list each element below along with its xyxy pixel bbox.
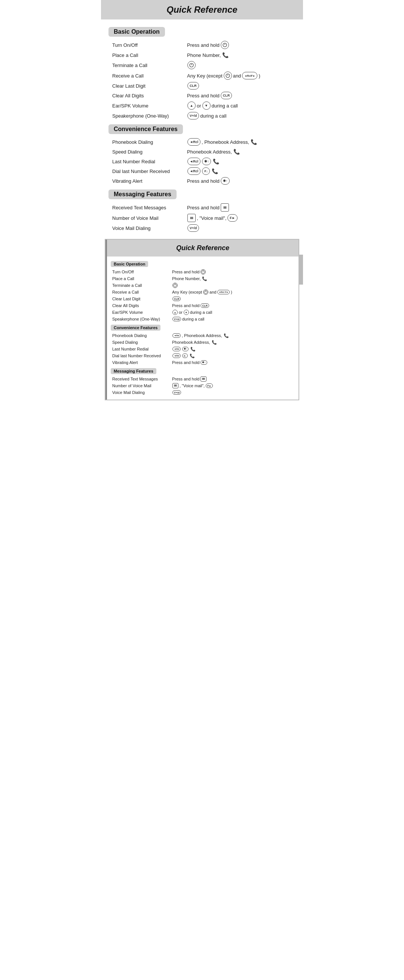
card2-rcl-icon3: ◄Rd [173, 353, 181, 358]
card2-f-icon: F► [206, 383, 213, 388]
row-speakerphone: Speakerphone (One-Way) V+/d during a cal… [101, 111, 303, 121]
power-icon [221, 41, 229, 49]
row-clear-all-digits: Clear All Digits Press and hold CLR [101, 91, 303, 100]
card2-volup-icon: ▲ [173, 310, 178, 315]
card2-row-clear-all: Clear All Digits Press and hold CLR [107, 302, 298, 309]
card2-send-icon4: 📞 [190, 347, 196, 352]
end-icon [187, 61, 196, 69]
rcl-icon2: ◄Rcl [187, 158, 201, 165]
row-voice-mail-dialing: Voice Mail Dialing V+/d [101, 223, 303, 233]
page: Quick Reference Basic Operation Turn On/… [101, 0, 303, 400]
section-messaging-header: Messaging Features [108, 189, 177, 199]
card2-row-voice-mail-num: Number of Voice Mail ✉ , "Voice mail", F… [107, 382, 298, 389]
vol-up-icon: ▲ [187, 102, 196, 110]
vspk-icon2: V+/d [187, 224, 199, 232]
card2-row-phonebook: Phonebook Dialing ◄Rd , Phonebook Addres… [107, 332, 298, 339]
card2-rclf-icon: ◄Rcl F► [217, 290, 230, 294]
card2-row-volume: Ear/SPK Volume ▲ or ▼ during a call [107, 309, 298, 316]
send-icon2: 📞 [250, 139, 257, 145]
card2-messaging-header: Messaging Features [111, 368, 156, 374]
card2-starup-icon: ✱↑ [182, 347, 189, 351]
send-icon3: 📞 [233, 149, 240, 155]
main-title-bar: Quick Reference [101, 0, 303, 19]
star-up-icon: ✱↑ [202, 158, 211, 165]
card2-send-icon: 📞 [202, 276, 207, 281]
env-icon2: ✉ [187, 214, 196, 222]
rcl-icon3: ◄Rcl [187, 167, 201, 175]
card2-power2-icon [203, 290, 208, 295]
send-icon: 📞 [222, 52, 228, 58]
row-terminate-call: Terminate a Call [101, 60, 303, 70]
section-basic-operation-header: Basic Operation [108, 27, 165, 37]
card2-row-dial-received: Dial last Number Received ◄Rd #↓ 📞 [107, 352, 298, 359]
row-ear-spk-volume: Ear/SPK Volume ▲ or ▼ during a call [101, 100, 303, 111]
card2-rcl-icon2: ◄Rd [173, 347, 181, 351]
clr-icon: CLR [187, 82, 199, 89]
env-icon: ✉ [221, 203, 229, 212]
card2-basic-header: Basic Operation [111, 261, 148, 267]
row-receive-call: Receive a Call Any Key (except and ◄Rcl … [101, 70, 303, 81]
card2-vspk-icon: V+/d [173, 317, 181, 321]
card2-env-icon: ✉ [201, 376, 206, 382]
section-convenience-header: Convenience Features [108, 124, 183, 134]
row-number-voice-mail: Number of Voice Mail ✉ , "Voice mail", F… [101, 213, 303, 223]
card2-row-spk: Speakerphone (One-Way) V+/d during a cal… [107, 316, 298, 323]
card2-vspk-icon2: V+/d [173, 390, 181, 395]
row-clear-last-digit: Clear Last Digit CLR [101, 81, 303, 91]
hash-down-icon: #↓ [202, 167, 210, 175]
card2-voldown-icon: ▼ [184, 310, 189, 315]
card2-row-vibrate: Vibrating Alert Press and hold ✱↑ [107, 359, 298, 366]
left-bar [106, 240, 107, 399]
card2-row-receive-call: Receive a Call Any Key (except and ◄Rcl … [107, 289, 298, 296]
card2-rcl-icon: ◄Rd [173, 333, 181, 338]
vol-down-icon: ▼ [202, 102, 211, 110]
card2-row-place-call: Place a Call Phone Number, 📞 [107, 275, 298, 282]
row-last-number-redial: Last Number Redial ◄Rcl ✱↑ 📞 [101, 156, 303, 166]
card2-title: Quick Reference [111, 244, 295, 252]
page-title: Quick Reference [105, 5, 299, 15]
row-received-text: Received Text Messages Press and hold ✉ [101, 202, 303, 213]
card2-row-voicemail-dial: Voice Mail Dialing V+/d [107, 389, 298, 396]
card2-starup-icon2: ✱↑ [201, 360, 207, 365]
card2-convenience-header: Convenience Features [111, 325, 160, 331]
card2-row-turn-on: Turn On/Off Press and hold [107, 269, 298, 275]
card2-power-icon [201, 269, 206, 275]
rcl-f-icon: ◄Rcl F► [242, 72, 257, 80]
card2-end-icon [173, 283, 178, 288]
clr-hold-icon: CLR [221, 92, 232, 99]
card2-send-icon2: 📞 [224, 333, 229, 338]
card2-row-last-redial: Last Number Redial ◄Rd ✱↑ 📞 [107, 346, 298, 352]
row-place-call: Place a Call Phone Number, 📞 [101, 50, 303, 60]
card2-row-received-text: Received Text Messages Press and hold ✉ [107, 375, 298, 382]
star-up-icon2: ✱↑ [221, 177, 230, 185]
row-turn-on-off: Turn On/Off Press and hold [101, 40, 303, 50]
rcl-icon: ◄Rcl [187, 138, 201, 146]
card2-row-terminate: Terminate a Call [107, 282, 298, 289]
send-icon4: 📞 [213, 158, 219, 164]
f-btn-icon: F► [227, 214, 237, 222]
card2-send-icon3: 📞 [212, 340, 217, 345]
card2-clr-hold-icon: CLR [201, 303, 209, 308]
card2-row-speed: Speed Dialing Phonebook Address, 📞 [107, 339, 298, 346]
row-phonebook-dialing: Phonebook Dialing ◄Rcl , Phonebook Addre… [101, 137, 303, 147]
vspk-icon: V+/d [187, 112, 199, 119]
power-icon2 [224, 72, 232, 80]
second-card: Quick Reference Basic Operation Turn On/… [105, 239, 299, 400]
card2-send-icon5: 📞 [190, 353, 195, 358]
card2-title-bar: Quick Reference [107, 240, 298, 256]
row-speed-dialing: Speed Dialing Phonebook Address, 📞 [101, 147, 303, 156]
card2-env-icon2: ✉ [173, 383, 178, 388]
row-vibrating-alert: Vibrating Alert Press and hold ✱↑ [101, 176, 303, 186]
card2-hashdown-icon: #↓ [182, 353, 188, 358]
row-dial-last-received: Dial last Number Received ◄Rcl #↓ 📞 [101, 166, 303, 176]
sidebar-tab [298, 255, 303, 285]
card2-row-clear-digit: Clear Last Digit CLR [107, 296, 298, 302]
send-icon5: 📞 [212, 168, 218, 174]
card2-clr-icon: CLR [173, 297, 181, 301]
